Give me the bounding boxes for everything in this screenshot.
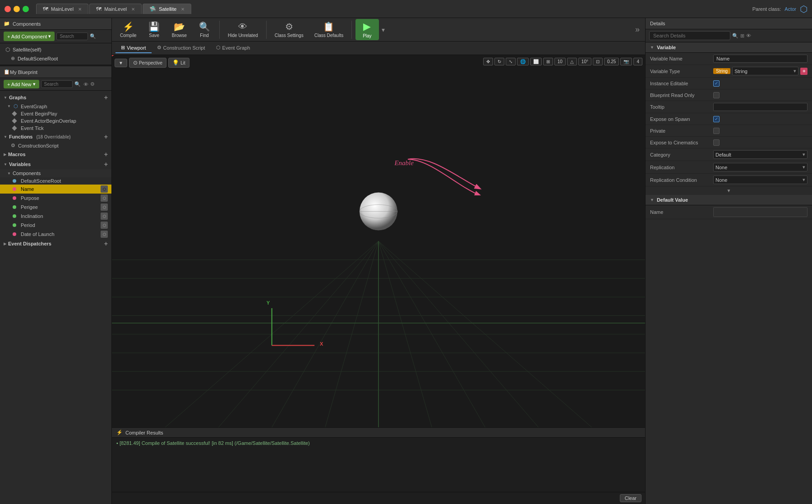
- inclination-var-item[interactable]: Inclination ⬡: [0, 212, 111, 221]
- save-icon: 💾: [148, 21, 160, 32]
- tab-satellite[interactable]: 🛸 Satellite ✕: [143, 4, 191, 14]
- grid-snap-btn[interactable]: ⊞: [543, 58, 553, 65]
- replication-dropdown[interactable]: None ▾: [713, 163, 807, 171]
- event-begin-play-item[interactable]: Event BeginPlay: [0, 110, 111, 117]
- details-search-input[interactable]: [649, 31, 730, 40]
- grid-size-value[interactable]: 10: [554, 58, 566, 65]
- find-button[interactable]: 🔍 Find: [193, 19, 216, 40]
- surface-snapping-btn[interactable]: ⬜: [530, 58, 542, 65]
- tab-viewport[interactable]: ⊞ Viewport: [115, 43, 152, 53]
- event-dispatchers-section[interactable]: ▶ Event Dispatchers +: [0, 239, 111, 249]
- translate-btn[interactable]: ✥: [483, 58, 493, 65]
- lit-icon: 💡: [172, 60, 179, 66]
- period-var-item[interactable]: Period ⬡: [0, 221, 111, 230]
- camera-speed-value[interactable]: 4: [633, 58, 642, 65]
- more-icon[interactable]: »: [633, 23, 641, 36]
- purpose-var-item[interactable]: Purpose ⬡: [0, 194, 111, 203]
- add-new-button[interactable]: + Add New ▾: [4, 80, 39, 88]
- expose-cinematics-checkbox[interactable]: [713, 139, 720, 146]
- bp-eye-icon[interactable]: 👁: [83, 82, 88, 87]
- maximize-button[interactable]: [23, 6, 29, 12]
- tab-mainlevel-2[interactable]: 🗺 MainLevel ✕: [89, 4, 142, 14]
- components-vars-triangle: ▼: [7, 171, 11, 176]
- add-dispatcher-button[interactable]: +: [104, 240, 108, 247]
- lit-btn[interactable]: 💡 Lit: [168, 58, 189, 68]
- play-button[interactable]: ▶ Play: [355, 19, 378, 40]
- collapse-button[interactable]: ▼: [646, 186, 812, 195]
- default-value-section-header[interactable]: ▼ Default Value: [646, 195, 812, 205]
- tab-close[interactable]: ✕: [78, 7, 82, 12]
- type-pin-button[interactable]: ⊕: [800, 68, 807, 75]
- replication-condition-dropdown[interactable]: None ▾: [713, 176, 807, 184]
- viewport-area[interactable]: Y X ▼ ⊙ Perspective 💡 Lit ✥: [112, 55, 645, 427]
- add-function-button[interactable]: +: [104, 133, 108, 140]
- scale-btn[interactable]: ⤡: [506, 58, 516, 65]
- macros-section[interactable]: ▶ Macros +: [0, 149, 111, 159]
- tab-event-graph[interactable]: ⬡ Event Graph: [211, 43, 256, 53]
- blueprint-search-input[interactable]: [41, 80, 73, 88]
- event-tick-item[interactable]: Event Tick: [0, 125, 111, 132]
- clear-button[interactable]: Clear: [620, 494, 641, 502]
- private-checkbox[interactable]: [713, 128, 720, 134]
- minimize-button[interactable]: [14, 6, 20, 12]
- construction-tab-label: Construction Script: [163, 45, 205, 51]
- bp-settings-icon[interactable]: ⚙: [90, 81, 95, 87]
- hide-unrelated-button[interactable]: 👁 Hide Unrelated: [223, 20, 263, 40]
- perigee-var-icon: ⬡: [101, 203, 108, 211]
- event-actor-begin-overlap-item[interactable]: Event ActorBeginOverlap: [0, 117, 111, 125]
- tab-construction-script[interactable]: ⚙ Construction Script: [152, 43, 211, 53]
- perigee-var-item[interactable]: Perigee ⬡: [0, 203, 111, 212]
- rotate-btn[interactable]: ↻: [494, 58, 504, 65]
- details-eye-icon[interactable]: 👁: [746, 33, 751, 38]
- default-scene-root-component[interactable]: ⊕ DefaultSceneRoot: [0, 54, 111, 63]
- viewport-arrow-btn[interactable]: ▼: [115, 59, 127, 67]
- compile-button[interactable]: ⚡ Compile: [115, 19, 141, 40]
- graphs-section[interactable]: ▼ Graphs +: [0, 92, 111, 102]
- browse-button[interactable]: 📂 Browse: [167, 19, 191, 40]
- category-dropdown[interactable]: Default ▾: [713, 150, 807, 159]
- scale-snap-btn[interactable]: ⊡: [593, 58, 603, 65]
- close-button[interactable]: [5, 6, 11, 12]
- play-dropdown-arrow[interactable]: ▾: [382, 26, 385, 33]
- angle-snap-btn[interactable]: △: [567, 58, 577, 65]
- name-default-input[interactable]: [713, 207, 807, 217]
- camera-speed-btn[interactable]: 📷: [620, 58, 632, 65]
- event-graph-item[interactable]: ▼ ⬡ EventGraph: [0, 102, 111, 110]
- tab-mainlevel-1[interactable]: 🗺 MainLevel ✕: [36, 4, 88, 14]
- map-icon-2: 🗺: [96, 6, 102, 12]
- class-defaults-button[interactable]: 📋 Class Defaults: [310, 19, 348, 40]
- tab-close-2[interactable]: ✕: [131, 7, 135, 12]
- details-search-icon[interactable]: 🔍: [732, 33, 738, 39]
- variable-type-dropdown[interactable]: String ▾: [732, 67, 798, 75]
- blueprint-read-only-checkbox[interactable]: [713, 92, 720, 98]
- class-settings-button[interactable]: ⚙ Class Settings: [270, 19, 308, 40]
- perspective-btn[interactable]: ⊙ Perspective: [129, 58, 166, 68]
- variable-section-header[interactable]: ▼ Variable: [646, 42, 812, 53]
- add-macro-button[interactable]: +: [104, 151, 108, 158]
- add-component-button[interactable]: + Add Component ▾: [4, 32, 55, 41]
- add-variable-button[interactable]: +: [104, 161, 108, 168]
- variables-section[interactable]: ▼ Variables +: [0, 159, 111, 169]
- tab-close-3[interactable]: ✕: [181, 7, 185, 12]
- date-of-launch-var-item[interactable]: Date of Launch ⬡: [0, 230, 111, 239]
- name-var-item[interactable]: Name ⬡: [0, 185, 111, 194]
- save-button[interactable]: 💾 Save: [143, 19, 166, 40]
- functions-section[interactable]: ▼ Functions (18 Overridable) +: [0, 132, 111, 142]
- traffic-lights: [5, 6, 29, 12]
- expose-on-spawn-checkbox[interactable]: [713, 116, 720, 122]
- variable-name-input[interactable]: [713, 55, 807, 63]
- satellite-self-item[interactable]: ⬡ Satellite(self): [0, 45, 111, 54]
- world-btn[interactable]: 🌐: [517, 58, 529, 65]
- add-graph-button[interactable]: +: [104, 94, 108, 101]
- construction-script-item[interactable]: ⚙ ConstructionScript: [0, 142, 111, 149]
- instance-editable-checkbox[interactable]: [713, 80, 720, 87]
- tooltip-input[interactable]: [713, 103, 807, 111]
- components-vars-section[interactable]: ▼ Components: [0, 169, 111, 177]
- component-search-input[interactable]: [56, 32, 88, 40]
- details-grid-icon[interactable]: ⊞: [740, 33, 744, 39]
- angle-size-value[interactable]: 10°: [578, 58, 591, 65]
- parent-class-value[interactable]: Actor: [784, 6, 796, 12]
- expose-cinematics-value: [713, 139, 807, 146]
- scale-size-value[interactable]: 0.25: [604, 58, 619, 65]
- default-scene-root-var-item[interactable]: DefaultSceneRoot: [0, 177, 111, 185]
